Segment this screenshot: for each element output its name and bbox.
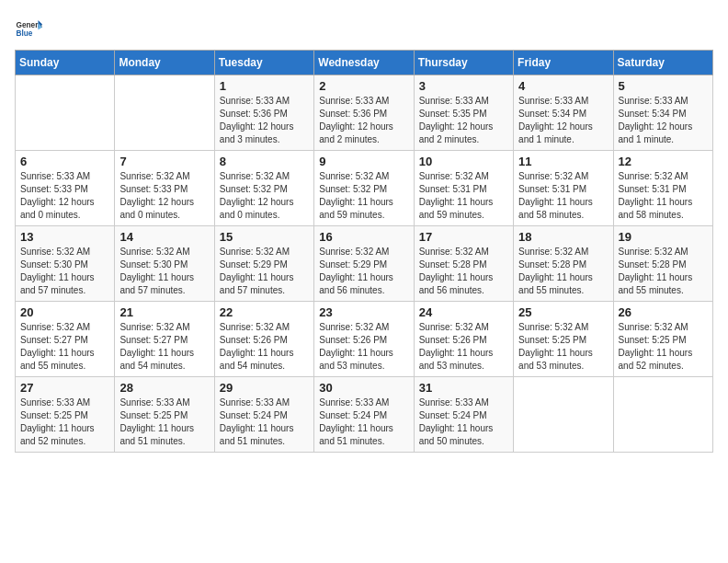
calendar-cell: 24Sunrise: 5:32 AM Sunset: 5:26 PM Dayli… xyxy=(414,302,513,377)
header-day-saturday: Saturday xyxy=(613,51,712,75)
cell-content: Sunrise: 5:32 AM Sunset: 5:28 PM Dayligh… xyxy=(619,246,708,297)
day-number: 3 xyxy=(419,79,508,93)
cell-content: Sunrise: 5:33 AM Sunset: 5:33 PM Dayligh… xyxy=(20,170,109,222)
calendar-cell: 27Sunrise: 5:33 AM Sunset: 5:25 PM Dayli… xyxy=(16,377,115,453)
cell-content: Sunrise: 5:33 AM Sunset: 5:34 PM Dayligh… xyxy=(518,95,608,146)
day-number: 8 xyxy=(220,155,309,168)
calendar-cell: 3Sunrise: 5:33 AM Sunset: 5:35 PM Daylig… xyxy=(414,75,513,151)
cell-content: Sunrise: 5:32 AM Sunset: 5:26 PM Dayligh… xyxy=(319,321,408,373)
calendar-cell: 20Sunrise: 5:32 AM Sunset: 5:27 PM Dayli… xyxy=(16,302,115,377)
day-number: 19 xyxy=(619,230,708,244)
cell-content: Sunrise: 5:33 AM Sunset: 5:24 PM Dayligh… xyxy=(319,396,408,448)
calendar-table: SundayMondayTuesdayWednesdayThursdayFrid… xyxy=(15,50,713,453)
day-number: 25 xyxy=(518,305,608,319)
day-number: 27 xyxy=(20,381,109,395)
calendar-cell xyxy=(16,75,115,151)
cell-content: Sunrise: 5:33 AM Sunset: 5:36 PM Dayligh… xyxy=(220,95,309,146)
calendar-cell: 17Sunrise: 5:32 AM Sunset: 5:28 PM Dayli… xyxy=(414,226,513,302)
day-number: 29 xyxy=(220,381,309,395)
cell-content: Sunrise: 5:33 AM Sunset: 5:34 PM Dayligh… xyxy=(619,95,708,146)
day-number: 16 xyxy=(319,230,408,244)
cell-content: Sunrise: 5:32 AM Sunset: 5:27 PM Dayligh… xyxy=(119,321,209,373)
cell-content: Sunrise: 5:32 AM Sunset: 5:33 PM Dayligh… xyxy=(119,170,209,222)
calendar-cell: 25Sunrise: 5:32 AM Sunset: 5:25 PM Dayli… xyxy=(514,302,613,377)
cell-content: Sunrise: 5:32 AM Sunset: 5:30 PM Dayligh… xyxy=(20,246,109,297)
calendar-cell: 16Sunrise: 5:32 AM Sunset: 5:29 PM Dayli… xyxy=(314,226,414,302)
calendar-cell: 22Sunrise: 5:32 AM Sunset: 5:26 PM Dayli… xyxy=(214,302,313,377)
day-number: 14 xyxy=(119,230,209,244)
calendar-cell: 18Sunrise: 5:32 AM Sunset: 5:28 PM Dayli… xyxy=(514,226,613,302)
calendar-cell: 14Sunrise: 5:32 AM Sunset: 5:30 PM Dayli… xyxy=(115,226,214,302)
day-number: 23 xyxy=(319,305,408,319)
header-day-friday: Friday xyxy=(514,51,613,75)
day-number: 17 xyxy=(419,230,508,244)
week-row-2: 6Sunrise: 5:33 AM Sunset: 5:33 PM Daylig… xyxy=(16,151,713,226)
calendar-cell: 10Sunrise: 5:32 AM Sunset: 5:31 PM Dayli… xyxy=(414,151,513,226)
day-number: 5 xyxy=(619,79,708,93)
week-row-4: 20Sunrise: 5:32 AM Sunset: 5:27 PM Dayli… xyxy=(16,302,713,377)
calendar-cell: 30Sunrise: 5:33 AM Sunset: 5:24 PM Dayli… xyxy=(314,377,414,453)
day-number: 31 xyxy=(419,381,508,395)
logo-icon: General Blue xyxy=(15,15,42,42)
day-number: 10 xyxy=(419,155,508,168)
svg-text:Blue: Blue xyxy=(17,29,33,38)
header-day-monday: Monday xyxy=(115,51,214,75)
cell-content: Sunrise: 5:32 AM Sunset: 5:28 PM Dayligh… xyxy=(518,246,608,297)
header-day-sunday: Sunday xyxy=(16,51,115,75)
cell-content: Sunrise: 5:32 AM Sunset: 5:31 PM Dayligh… xyxy=(518,170,608,222)
day-number: 26 xyxy=(619,305,708,319)
day-number: 9 xyxy=(319,155,408,168)
header-day-thursday: Thursday xyxy=(414,51,513,75)
calendar-cell xyxy=(514,377,613,453)
calendar-cell: 13Sunrise: 5:32 AM Sunset: 5:30 PM Dayli… xyxy=(16,226,115,302)
cell-content: Sunrise: 5:33 AM Sunset: 5:35 PM Dayligh… xyxy=(419,95,508,146)
calendar-cell: 7Sunrise: 5:32 AM Sunset: 5:33 PM Daylig… xyxy=(115,151,214,226)
day-number: 2 xyxy=(319,79,408,93)
calendar-cell: 19Sunrise: 5:32 AM Sunset: 5:28 PM Dayli… xyxy=(613,226,712,302)
week-row-1: 1Sunrise: 5:33 AM Sunset: 5:36 PM Daylig… xyxy=(16,75,713,151)
week-row-5: 27Sunrise: 5:33 AM Sunset: 5:25 PM Dayli… xyxy=(16,377,713,453)
header-row: SundayMondayTuesdayWednesdayThursdayFrid… xyxy=(16,51,713,75)
calendar-cell: 26Sunrise: 5:32 AM Sunset: 5:25 PM Dayli… xyxy=(613,302,712,377)
week-row-3: 13Sunrise: 5:32 AM Sunset: 5:30 PM Dayli… xyxy=(16,226,713,302)
calendar-cell: 5Sunrise: 5:33 AM Sunset: 5:34 PM Daylig… xyxy=(613,75,712,151)
cell-content: Sunrise: 5:32 AM Sunset: 5:26 PM Dayligh… xyxy=(419,321,508,373)
calendar-cell: 1Sunrise: 5:33 AM Sunset: 5:36 PM Daylig… xyxy=(214,75,313,151)
calendar-cell: 28Sunrise: 5:33 AM Sunset: 5:25 PM Dayli… xyxy=(115,377,214,453)
cell-content: Sunrise: 5:33 AM Sunset: 5:25 PM Dayligh… xyxy=(20,396,109,448)
calendar-cell: 9Sunrise: 5:32 AM Sunset: 5:32 PM Daylig… xyxy=(314,151,414,226)
cell-content: Sunrise: 5:32 AM Sunset: 5:27 PM Dayligh… xyxy=(20,321,109,373)
cell-content: Sunrise: 5:33 AM Sunset: 5:24 PM Dayligh… xyxy=(419,396,508,448)
day-number: 7 xyxy=(119,155,209,168)
cell-content: Sunrise: 5:33 AM Sunset: 5:24 PM Dayligh… xyxy=(220,396,309,448)
cell-content: Sunrise: 5:33 AM Sunset: 5:36 PM Dayligh… xyxy=(319,95,408,146)
calendar-cell: 31Sunrise: 5:33 AM Sunset: 5:24 PM Dayli… xyxy=(414,377,513,453)
day-number: 22 xyxy=(220,305,309,319)
day-number: 20 xyxy=(20,305,109,319)
day-number: 24 xyxy=(419,305,508,319)
calendar-cell: 11Sunrise: 5:32 AM Sunset: 5:31 PM Dayli… xyxy=(514,151,613,226)
day-number: 13 xyxy=(20,230,109,244)
calendar-cell xyxy=(115,75,214,151)
day-number: 12 xyxy=(619,155,708,168)
cell-content: Sunrise: 5:33 AM Sunset: 5:25 PM Dayligh… xyxy=(119,396,209,448)
cell-content: Sunrise: 5:32 AM Sunset: 5:25 PM Dayligh… xyxy=(619,321,708,373)
day-number: 11 xyxy=(518,155,608,168)
cell-content: Sunrise: 5:32 AM Sunset: 5:25 PM Dayligh… xyxy=(518,321,608,373)
day-number: 4 xyxy=(518,79,608,93)
calendar-cell: 21Sunrise: 5:32 AM Sunset: 5:27 PM Dayli… xyxy=(115,302,214,377)
day-number: 30 xyxy=(319,381,408,395)
header-day-tuesday: Tuesday xyxy=(214,51,313,75)
cell-content: Sunrise: 5:32 AM Sunset: 5:29 PM Dayligh… xyxy=(319,246,408,297)
day-number: 21 xyxy=(119,305,209,319)
cell-content: Sunrise: 5:32 AM Sunset: 5:29 PM Dayligh… xyxy=(220,246,309,297)
calendar-cell: 15Sunrise: 5:32 AM Sunset: 5:29 PM Dayli… xyxy=(214,226,313,302)
cell-content: Sunrise: 5:32 AM Sunset: 5:28 PM Dayligh… xyxy=(419,246,508,297)
calendar-cell: 23Sunrise: 5:32 AM Sunset: 5:26 PM Dayli… xyxy=(314,302,414,377)
calendar-cell xyxy=(613,377,712,453)
calendar-cell: 2Sunrise: 5:33 AM Sunset: 5:36 PM Daylig… xyxy=(314,75,414,151)
calendar-cell: 12Sunrise: 5:32 AM Sunset: 5:31 PM Dayli… xyxy=(613,151,712,226)
cell-content: Sunrise: 5:32 AM Sunset: 5:30 PM Dayligh… xyxy=(119,246,209,297)
day-number: 28 xyxy=(119,381,209,395)
page-header: General Blue xyxy=(15,15,713,42)
